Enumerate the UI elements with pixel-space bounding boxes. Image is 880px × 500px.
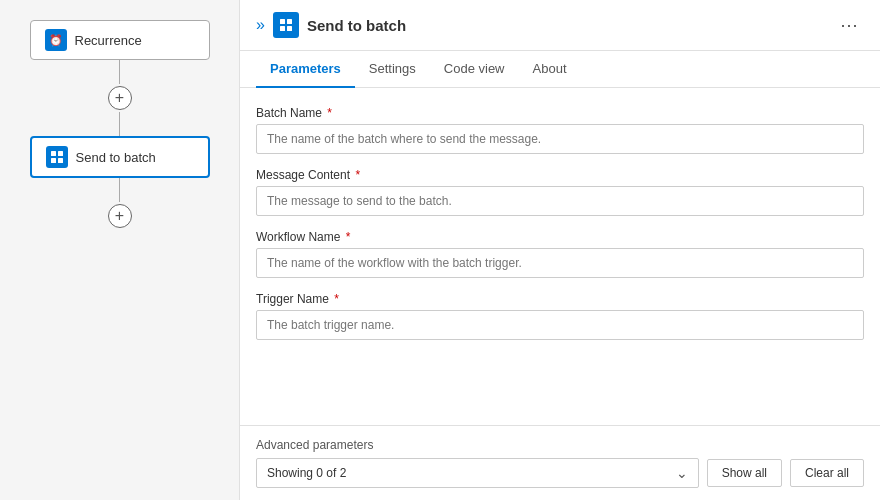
trigger-name-group: Trigger Name * [256,292,864,340]
right-panel: » Send to batch ⋯ Parameters Settings Co… [240,0,880,500]
tab-settings[interactable]: Settings [355,51,430,88]
workflow-name-input[interactable] [256,248,864,278]
batch-name-label: Batch Name * [256,106,864,120]
tab-parameters[interactable]: Parameters [256,51,355,88]
trigger-name-input[interactable] [256,310,864,340]
more-options-icon[interactable]: ⋯ [834,12,864,38]
form-content: Batch Name * Message Content * Workflow … [240,88,880,425]
message-content-input[interactable] [256,186,864,216]
svg-rect-2 [51,158,56,163]
batch-name-input[interactable] [256,124,864,154]
add-button-1[interactable]: + [108,86,132,110]
collapse-icon[interactable]: » [256,16,265,34]
svg-rect-1 [58,151,63,156]
showing-text: Showing 0 of 2 [267,466,346,480]
recurrence-label: Recurrence [75,33,142,48]
clear-all-button[interactable]: Clear all [790,459,864,487]
chevron-down-icon: ⌄ [676,465,688,481]
tabs-bar: Parameters Settings Code view About [240,51,880,88]
panel-footer: Advanced parameters Showing 0 of 2 ⌄ Sho… [240,425,880,500]
connector-1 [119,60,120,84]
panel-header-icon [273,12,299,38]
batch-name-group: Batch Name * [256,106,864,154]
add-button-2[interactable]: + [108,204,132,228]
tab-code-view[interactable]: Code view [430,51,519,88]
trigger-name-label: Trigger Name * [256,292,864,306]
workflow-name-group: Workflow Name * [256,230,864,278]
tab-about[interactable]: About [519,51,581,88]
connector-3 [119,178,120,202]
panel-header: » Send to batch ⋯ [240,0,880,51]
svg-rect-6 [280,26,285,31]
show-all-button[interactable]: Show all [707,459,782,487]
recurrence-node[interactable]: ⏰ Recurrence [30,20,210,60]
svg-rect-4 [280,19,285,24]
recurrence-icon: ⏰ [45,29,67,51]
send-to-batch-node[interactable]: Send to batch [30,136,210,178]
panel-title: Send to batch [307,17,826,34]
left-panel: ⏰ Recurrence + Send to batch + [0,0,240,500]
send-to-batch-label: Send to batch [76,150,156,165]
workflow-name-label: Workflow Name * [256,230,864,244]
svg-rect-0 [51,151,56,156]
advanced-parameters-label: Advanced parameters [256,438,864,452]
connector-2 [119,112,120,136]
footer-row: Showing 0 of 2 ⌄ Show all Clear all [256,458,864,488]
message-content-label: Message Content * [256,168,864,182]
message-content-group: Message Content * [256,168,864,216]
svg-rect-3 [58,158,63,163]
showing-select[interactable]: Showing 0 of 2 ⌄ [256,458,699,488]
svg-rect-5 [287,19,292,24]
svg-rect-7 [287,26,292,31]
send-to-batch-icon [46,146,68,168]
